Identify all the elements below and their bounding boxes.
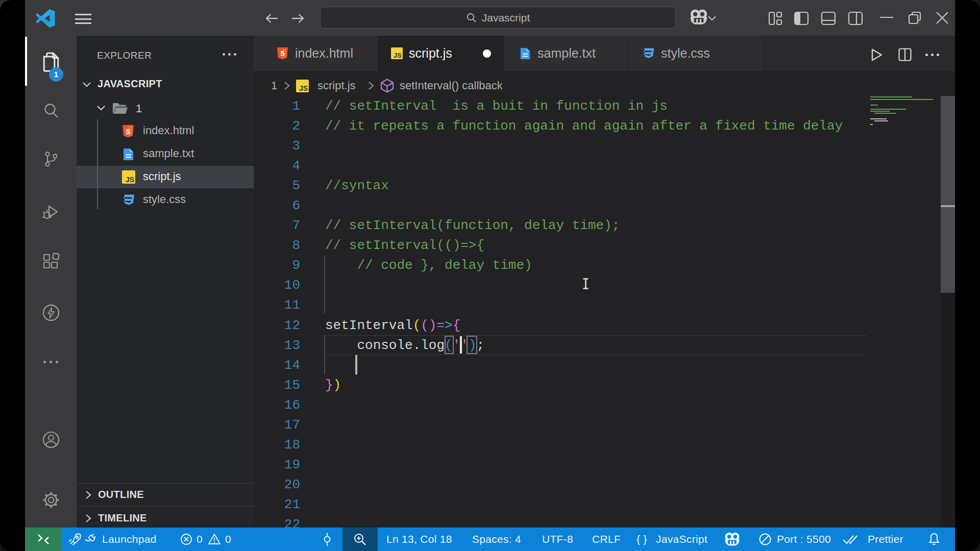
- svg-text:5: 5: [280, 49, 284, 58]
- svg-text:5: 5: [126, 127, 130, 136]
